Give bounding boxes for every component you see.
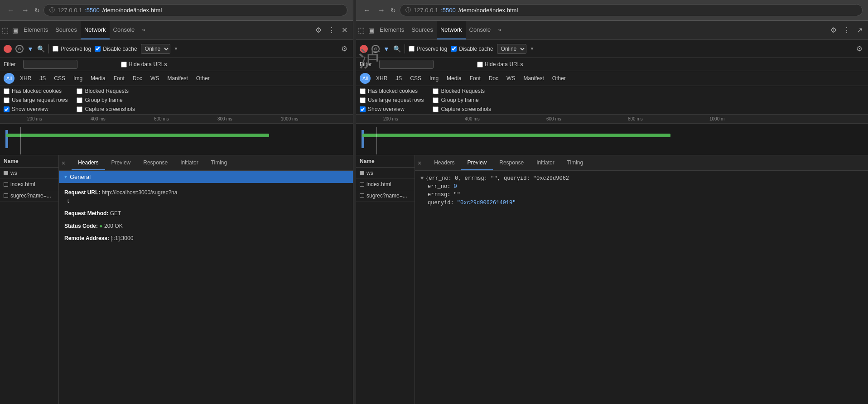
type-filter-manifest-right[interactable]: Manifest bbox=[521, 74, 546, 82]
tab-sources[interactable]: Sources bbox=[52, 21, 81, 39]
json-root-arrow[interactable]: ▼ bbox=[420, 175, 424, 182]
type-filter-xhr[interactable]: XHR bbox=[17, 74, 34, 82]
capture-screenshots-label[interactable]: Capture screenshots bbox=[77, 106, 135, 112]
tab-network[interactable]: Network bbox=[81, 21, 110, 39]
tab-more-right[interactable]: » bbox=[494, 21, 505, 39]
disable-cache-checkbox-right[interactable] bbox=[451, 46, 457, 52]
details-tab-response-right[interactable]: Response bbox=[493, 155, 530, 170]
details-tab-timing-right[interactable]: Timing bbox=[561, 155, 590, 170]
forward-button-right[interactable]: → bbox=[376, 5, 387, 15]
network-settings-icon[interactable]: ⚙ bbox=[339, 43, 349, 55]
devtools-cursor-icon[interactable]: ⬚ bbox=[2, 26, 9, 34]
details-tab-preview[interactable]: Preview bbox=[105, 155, 137, 170]
hide-data-urls-checkbox-right[interactable] bbox=[477, 62, 483, 67]
type-filter-all[interactable]: All bbox=[4, 73, 14, 84]
tab-elements-right[interactable]: Elements bbox=[376, 21, 408, 39]
capture-screenshots-label-right[interactable]: Capture screenshots bbox=[433, 106, 491, 112]
filter-input-right[interactable] bbox=[379, 60, 434, 69]
type-filter-all-right[interactable]: All bbox=[360, 73, 371, 84]
has-blocked-cookies-checkbox-right[interactable] bbox=[360, 88, 366, 94]
reload-button[interactable]: ↻ bbox=[34, 7, 40, 14]
filter-input[interactable] bbox=[23, 60, 77, 69]
show-overview-label-right[interactable]: Show overview bbox=[360, 106, 424, 112]
capture-screenshots-checkbox[interactable] bbox=[77, 106, 82, 112]
tab-elements[interactable]: Elements bbox=[20, 21, 52, 39]
devtools-cursor-icon-right[interactable]: ⬚ bbox=[358, 26, 365, 34]
preserve-log-checkbox-label[interactable]: Preserve log bbox=[53, 46, 91, 52]
show-overview-label[interactable]: Show overview bbox=[4, 106, 68, 112]
filter-icon[interactable]: ▼ bbox=[27, 45, 34, 53]
type-filter-manifest[interactable]: Manifest bbox=[164, 74, 190, 82]
tab-console-right[interactable]: Console bbox=[466, 21, 495, 39]
settings-icon-right[interactable]: ⚙ bbox=[829, 24, 839, 36]
type-filter-css-right[interactable]: CSS bbox=[407, 74, 424, 82]
use-large-rows-label[interactable]: Use large request rows bbox=[4, 97, 68, 103]
details-tab-headers-right[interactable]: Headers bbox=[428, 155, 461, 170]
search-icon[interactable]: 🔍 bbox=[37, 45, 45, 53]
show-overview-checkbox-right[interactable] bbox=[360, 106, 366, 112]
details-tab-preview-right[interactable]: Preview bbox=[461, 155, 493, 170]
preserve-log-checkbox[interactable] bbox=[53, 46, 58, 52]
devtools-panel-icon[interactable]: ▣ bbox=[12, 27, 18, 34]
close-devtools-icon[interactable]: ✕ bbox=[340, 24, 349, 36]
tab-more[interactable]: » bbox=[138, 21, 149, 39]
preserve-log-checkbox-label-right[interactable]: Preserve log bbox=[409, 46, 447, 52]
reload-button-right[interactable]: ↻ bbox=[391, 7, 396, 14]
list-item-sugrec[interactable]: sugrec?name=... bbox=[0, 190, 58, 202]
hide-data-urls-checkbox[interactable] bbox=[121, 62, 127, 67]
hide-data-urls-label-right[interactable]: Hide data URLs bbox=[477, 61, 523, 67]
hide-data-urls-label[interactable]: Hide data URLs bbox=[121, 61, 167, 67]
devtools-panel-icon-right[interactable]: ▣ bbox=[368, 27, 374, 34]
group-by-frame-label-right[interactable]: Group by frame bbox=[433, 97, 491, 103]
throttling-select-right[interactable]: Online bbox=[497, 44, 526, 54]
type-filter-doc-right[interactable]: Doc bbox=[486, 74, 501, 82]
filter-icon-right[interactable]: ▼ bbox=[383, 45, 390, 53]
blocked-requests-checkbox[interactable] bbox=[77, 88, 82, 94]
search-icon-right[interactable]: 🔍 bbox=[393, 45, 401, 53]
capture-screenshots-checkbox-right[interactable] bbox=[433, 106, 439, 112]
details-tab-timing[interactable]: Timing bbox=[205, 155, 234, 170]
disable-cache-checkbox-label-right[interactable]: Disable cache bbox=[451, 46, 493, 52]
type-filter-ws[interactable]: WS bbox=[148, 74, 162, 82]
use-large-rows-label-right[interactable]: Use large request rows bbox=[360, 97, 424, 103]
clear-button[interactable]: ⊘ bbox=[15, 45, 24, 53]
settings-icon[interactable]: ⚙ bbox=[313, 24, 323, 36]
type-filter-js[interactable]: JS bbox=[37, 74, 48, 82]
tab-console[interactable]: Console bbox=[110, 21, 139, 39]
type-filter-font-right[interactable]: Font bbox=[467, 74, 483, 82]
list-item-ws[interactable]: ws bbox=[0, 168, 58, 179]
group-by-frame-checkbox[interactable] bbox=[77, 97, 82, 103]
type-filter-other-right[interactable]: Other bbox=[550, 74, 569, 82]
disable-cache-checkbox[interactable] bbox=[95, 46, 101, 52]
type-filter-media[interactable]: Media bbox=[88, 74, 108, 82]
list-item-index[interactable]: index.html bbox=[0, 179, 58, 190]
address-bar-left[interactable]: ⓘ 127.0.0.1:5500/demo/node/index.html bbox=[43, 4, 347, 16]
type-filter-img-right[interactable]: Img bbox=[427, 74, 441, 82]
details-tab-initiator-right[interactable]: Initiator bbox=[530, 155, 560, 170]
has-blocked-cookies-label[interactable]: Has blocked cookies bbox=[4, 88, 68, 94]
list-item-index-right[interactable]: index.html bbox=[356, 179, 415, 190]
type-filter-css[interactable]: CSS bbox=[51, 74, 68, 82]
type-filter-img[interactable]: Img bbox=[71, 74, 85, 82]
type-filter-doc[interactable]: Doc bbox=[130, 74, 145, 82]
back-button[interactable]: ← bbox=[5, 5, 16, 15]
details-close-button-right[interactable]: × bbox=[415, 155, 424, 170]
more-options-icon-right[interactable]: ⋮ bbox=[841, 24, 852, 36]
back-button-right[interactable]: ← bbox=[362, 5, 372, 15]
expand-icon-right[interactable]: ↗ bbox=[855, 24, 864, 36]
details-tab-headers[interactable]: Headers bbox=[72, 155, 105, 170]
list-item-sugrec-right[interactable]: sugrec?name=... bbox=[356, 190, 415, 202]
details-tab-initiator[interactable]: Initiator bbox=[174, 155, 204, 170]
group-by-frame-label[interactable]: Group by frame bbox=[77, 97, 135, 103]
blocked-requests-label[interactable]: Blocked Requests bbox=[77, 88, 135, 94]
address-bar-right[interactable]: ⓘ 127.0.0.1:5500/demo/node/index.html bbox=[400, 4, 863, 16]
use-large-rows-checkbox[interactable] bbox=[4, 97, 10, 103]
list-item-ws-right[interactable]: ws bbox=[356, 168, 415, 179]
disable-cache-checkbox-label[interactable]: Disable cache bbox=[95, 46, 137, 52]
show-overview-checkbox[interactable] bbox=[4, 106, 10, 112]
details-tab-response[interactable]: Response bbox=[137, 155, 174, 170]
type-filter-xhr-right[interactable]: XHR bbox=[373, 74, 390, 82]
blocked-requests-checkbox-right[interactable] bbox=[433, 88, 439, 94]
type-filter-media-right[interactable]: Media bbox=[444, 74, 464, 82]
details-close-button[interactable]: × bbox=[59, 155, 68, 170]
